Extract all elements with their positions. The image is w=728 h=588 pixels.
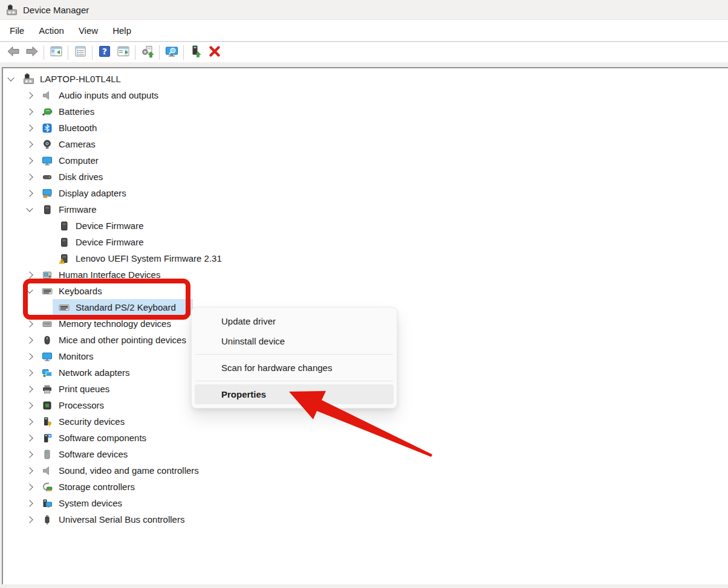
chevron-right-icon[interactable] — [25, 436, 34, 441]
chevron-right-icon[interactable] — [25, 142, 34, 147]
back-arrow-icon — [7, 45, 20, 60]
tree-item-system-devices[interactable]: System devices — [3, 495, 728, 511]
tree-item-label: Human Interface Devices — [59, 270, 160, 280]
update-driver-button[interactable] — [138, 44, 157, 61]
chip-icon — [57, 220, 71, 232]
tree-item-software-devices[interactable]: Software devices — [3, 446, 728, 462]
bluetooth-icon — [41, 122, 54, 134]
scan-hardware-changes-button[interactable] — [162, 44, 181, 61]
tree-item-label: Mice and other pointing devices — [59, 335, 186, 345]
tree-item-human-interface-devices[interactable]: Human Interface Devices — [3, 267, 728, 283]
menu-item-file[interactable]: File — [10, 25, 24, 36]
tree-item-label: Batteries — [59, 106, 94, 117]
chevron-down-icon[interactable] — [6, 78, 16, 80]
back-button[interactable] — [4, 44, 22, 61]
tree-item-universal-serial-bus-controllers[interactable]: Universal Serial Bus controllers — [3, 511, 728, 528]
tree-item-security-devices[interactable]: Security devices — [3, 413, 728, 430]
tree-item-device-firmware[interactable]: Device Firmware — [3, 234, 728, 250]
titlebar: Device Manager — [0, 0, 728, 20]
chevron-right-icon[interactable] — [25, 175, 34, 179]
tree-item-label: Lenovo UEFI System Firmware 2.31 — [76, 253, 222, 263]
show-action-pane-button[interactable] — [114, 44, 132, 61]
battery-icon — [41, 106, 54, 118]
chevron-right-icon[interactable] — [25, 273, 34, 277]
device-manager-icon — [6, 4, 18, 16]
help-button[interactable]: ? — [95, 44, 114, 61]
forward-button[interactable] — [22, 44, 41, 61]
tree-item-audio-inputs-and-outputs[interactable]: Audio inputs and outputs — [3, 87, 728, 103]
tree-item-label: Device Firmware — [76, 237, 144, 247]
tree-item-label: System devices — [59, 498, 122, 508]
chevron-right-icon[interactable] — [25, 485, 34, 489]
properties-button[interactable] — [71, 44, 89, 61]
chevron-right-icon[interactable] — [25, 387, 34, 392]
tree-item-laptop-hl0tl4ll[interactable]: LAPTOP-HL0TL4LL — [3, 71, 728, 87]
chevron-right-icon[interactable] — [25, 452, 34, 457]
chevron-right-icon[interactable] — [25, 501, 34, 506]
software-device-icon — [41, 448, 54, 460]
window-title: Device Manager — [23, 5, 89, 15]
device-tree: LAPTOP-HL0TL4LLAudio inputs and outputsB… — [3, 68, 728, 528]
tree-item-cameras[interactable]: Cameras — [3, 136, 728, 152]
chevron-right-icon[interactable] — [25, 321, 34, 326]
enable-device-button[interactable] — [186, 44, 205, 61]
tree-item-label: Print queues — [59, 384, 109, 394]
chevron-right-icon[interactable] — [25, 126, 34, 131]
context-menu-item-scan-for-hardware-changes[interactable]: Scan for hardware changes — [195, 358, 394, 378]
chevron-down-icon[interactable] — [25, 208, 34, 211]
tree-item-sound-video-and-game-controllers[interactable]: Sound, video and game controllers — [3, 462, 728, 479]
context-menu: Update driverUninstall deviceScan for ha… — [191, 307, 397, 409]
tree-item-computer[interactable]: Computer — [3, 152, 728, 169]
chevron-right-icon[interactable] — [25, 419, 34, 424]
chevron-right-icon[interactable] — [25, 403, 34, 408]
software-component-icon — [41, 432, 54, 444]
device-enable-icon — [189, 45, 203, 60]
tree-item-storage-controllers[interactable]: Storage controllers — [3, 479, 728, 495]
tree-item-keyboards[interactable]: Keyboards — [3, 283, 728, 299]
memory-icon — [41, 318, 54, 330]
chevron-right-icon[interactable] — [25, 354, 34, 359]
menu-item-action[interactable]: Action — [39, 25, 64, 36]
tree-item-label: Keyboards — [59, 286, 102, 296]
help-icon: ? — [98, 45, 111, 60]
uninstall-device-button[interactable] — [205, 44, 224, 61]
menu-item-view[interactable]: View — [79, 25, 98, 36]
processor-icon — [41, 399, 54, 412]
context-menu-separator — [195, 381, 393, 381]
chevron-right-icon[interactable] — [25, 109, 34, 114]
tree-item-label: Memory technology devices — [59, 318, 171, 329]
tree-item-batteries[interactable]: Batteries — [3, 103, 728, 120]
show-console-tree-button[interactable] — [47, 44, 65, 61]
chevron-right-icon[interactable] — [25, 93, 34, 98]
chevron-right-icon[interactable] — [25, 338, 34, 343]
menu-item-help[interactable]: Help — [112, 25, 131, 36]
device-manager-icon — [22, 73, 35, 85]
chevron-right-icon[interactable] — [25, 191, 34, 196]
tree-item-bluetooth[interactable]: Bluetooth — [3, 120, 728, 136]
tree-item-lenovo-uefi-system-firmware-2-31[interactable]: Lenovo UEFI System Firmware 2.31 — [3, 250, 728, 267]
tree-item-display-adapters[interactable]: Display adapters — [3, 185, 728, 201]
toolbar-separator — [135, 45, 135, 60]
properties-window-icon — [74, 45, 87, 60]
chevron-right-icon[interactable] — [25, 158, 34, 163]
tree-item-firmware[interactable]: Firmware — [3, 201, 728, 218]
monitor-icon — [41, 155, 54, 167]
context-menu-item-update-driver[interactable]: Update driver — [195, 311, 394, 331]
tree-item-label: Computer — [59, 155, 99, 166]
chevron-right-icon[interactable] — [25, 370, 34, 375]
tree-item-label: Bluetooth — [59, 123, 97, 133]
keyboard-icon — [57, 302, 71, 314]
context-menu-item-properties[interactable]: Properties — [195, 384, 394, 404]
context-menu-item-uninstall-device[interactable]: Uninstall device — [195, 331, 394, 351]
tree-item-disk-drives[interactable]: Disk drives — [3, 169, 728, 185]
tree-item-software-components[interactable]: Software components — [3, 430, 728, 446]
chip-warning-icon — [57, 253, 71, 265]
tree-item-label: Sound, video and game controllers — [59, 465, 199, 476]
tree-item-device-firmware[interactable]: Device Firmware — [3, 218, 728, 234]
network-icon — [41, 367, 54, 379]
speaker-icon — [41, 89, 54, 102]
chevron-right-icon[interactable] — [25, 468, 34, 473]
toolbar-separator — [92, 45, 93, 60]
chevron-down-icon[interactable] — [25, 290, 34, 292]
chevron-right-icon[interactable] — [25, 517, 34, 522]
